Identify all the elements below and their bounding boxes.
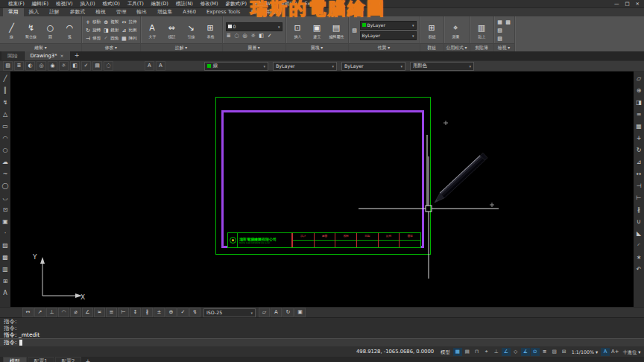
arc-button[interactable]: ◠弧 <box>61 22 78 39</box>
dimension-style-button[interactable]: A <box>156 61 165 71</box>
linetype-combo[interactable]: ByLayer▾ <box>341 62 405 71</box>
dim-style-manager-button[interactable]: ▣ <box>294 308 306 317</box>
window-minimize-button[interactable]: — <box>614 0 619 7</box>
text-style-button[interactable]: A <box>145 61 154 71</box>
object-color-combo[interactable]: ByLayer▾ <box>360 21 417 30</box>
layer-combo[interactable]: 線▾ <box>204 62 268 71</box>
rotate-button[interactable]: ↻旋轉 <box>85 28 101 34</box>
ortho-mode-toggle[interactable]: ⊥ <box>492 348 501 356</box>
dim-jogged-button[interactable]: ↯ <box>189 308 201 317</box>
layer-off-icon[interactable]: ◌ <box>234 33 240 39</box>
menu-item-7[interactable]: 繪製(D) <box>148 0 172 7</box>
panel-label[interactable]: 公用程式 ▾ <box>444 43 470 51</box>
color-combo[interactable]: ByLayer▾ <box>273 62 337 71</box>
layer-freeze-icon[interactable]: ☼ <box>250 33 256 39</box>
dim-edit-button[interactable]: ▱ <box>259 308 270 317</box>
annotation-autoscale-toggle[interactable]: A+ <box>610 348 619 356</box>
ribbon-tab-5[interactable]: 檢視 <box>90 8 111 16</box>
rotate-tool-button[interactable]: ↻ <box>634 145 643 156</box>
mirror-button[interactable]: ◨鏡射 <box>103 28 119 34</box>
dim-inspect-button[interactable]: ✓ <box>177 308 189 317</box>
drawing-canvas[interactable]: 瑞斯電腦繪圖有限公司 RUISI CAD DESIGN CO.,LTD. 設計繪… <box>10 72 634 307</box>
infer-constraints-toggle[interactable]: ⊓ <box>473 348 482 356</box>
layer-lock-icon[interactable]: ◧ <box>259 33 265 39</box>
title-block[interactable]: 瑞斯電腦繪圖有限公司 RUISI CAD DESIGN CO.,LTD. 設計繪… <box>227 232 421 248</box>
ribbon-tab-8[interactable]: 增益集 <box>152 8 177 16</box>
dim-baseline-button[interactable]: ≡ <box>106 308 117 317</box>
explode-tool-button[interactable]: ∗ <box>634 252 643 264</box>
revision-cloud-tool-button[interactable]: ☁ <box>1 156 10 168</box>
stretch-tool-button[interactable]: ↔ <box>634 168 643 180</box>
panel-label[interactable]: 圖層 ▾ <box>223 43 285 51</box>
construction-line-tool-button[interactable]: ║ <box>1 85 10 97</box>
ribbon-tab-2[interactable]: 插入 <box>24 8 45 16</box>
arc-tool-button[interactable]: ◠ <box>1 133 10 145</box>
close-icon[interactable]: × <box>60 51 64 60</box>
edit-attribute-button[interactable]: ▤編輯屬性 <box>328 22 345 39</box>
dim-break-button[interactable]: ∦ <box>142 308 153 317</box>
ribbon-tab-10[interactable]: Express Tools <box>201 8 245 16</box>
units-button[interactable]: 十進位 ▾ <box>620 348 643 356</box>
dim-radius-button[interactable]: ◠ <box>58 308 69 317</box>
file-tab-開始[interactable]: 開始 <box>1 51 24 60</box>
trim-tool-button[interactable]: ⊣ <box>634 180 643 192</box>
pencil-object[interactable] <box>432 153 487 205</box>
panel-label[interactable]: 群組 <box>420 43 443 51</box>
layout-tab-模型[interactable]: 模型 <box>3 357 27 362</box>
object-snap-toggle[interactable]: ⊙ <box>531 348 540 356</box>
menu-item-1[interactable]: 檔案(F) <box>4 0 28 7</box>
make-current-button[interactable]: ✓ <box>81 61 91 71</box>
dim-continue-button[interactable]: ⊢ <box>118 308 129 317</box>
point-tool-button[interactable]: · <box>1 228 10 240</box>
erase-tool-button[interactable]: ▱ <box>634 73 643 85</box>
paste-button[interactable]: ▥貼上 <box>473 22 490 39</box>
break-tool-button[interactable]: ∦ <box>634 204 643 216</box>
annotation-visibility-toggle[interactable]: A <box>601 348 610 356</box>
match-properties-icon[interactable]: ▧ <box>352 28 358 34</box>
layer-walk-button[interactable]: ▤ <box>92 61 102 71</box>
dim-center-mark-button[interactable]: ⊕ <box>165 308 177 317</box>
rectangle-tool-button[interactable]: ▭ <box>1 121 10 133</box>
undo-tool-button[interactable]: ↶ <box>634 264 643 276</box>
drawing-frame-rectangle[interactable] <box>221 110 424 248</box>
match-properties-button[interactable]: ▧ <box>3 61 13 71</box>
dim-update-button[interactable]: ↻ <box>282 308 294 317</box>
menu-item-2[interactable]: 編輯(E) <box>28 0 52 7</box>
move-tool-button[interactable]: + <box>634 133 643 145</box>
join-tool-button[interactable]: ∪ <box>634 216 643 228</box>
panel-label[interactable]: 性質 ▾ <box>349 43 420 51</box>
fillet-tool-button[interactable]: ◜ <box>634 240 643 252</box>
ribbon-tab-4[interactable]: 參數式 <box>65 8 90 16</box>
dim-diameter-button[interactable]: ⌀ <box>70 308 81 317</box>
transparency-toggle[interactable]: ▨ <box>550 348 559 356</box>
array-tool-button[interactable]: ▦ <box>634 121 643 133</box>
window-close-button[interactable]: × <box>636 0 640 7</box>
layer-off-button[interactable]: ◌ <box>104 61 113 71</box>
polyline-tool-button[interactable]: ↯ <box>1 97 10 109</box>
layer-states-button[interactable]: ≣ <box>14 61 24 71</box>
multiline-text-tool-button[interactable]: A <box>1 288 10 299</box>
snap-mode-toggle[interactable]: ▤ <box>463 348 472 356</box>
ellipse-tool-button[interactable]: ◯ <box>1 180 10 192</box>
view-navigate-button[interactable]: ▦ <box>497 19 503 25</box>
layer-unisolate-button[interactable]: ◉ <box>48 61 57 71</box>
dim-aligned-button[interactable]: ↗ <box>34 308 45 317</box>
polyline-button[interactable]: ↯聚合線 <box>22 22 40 39</box>
offset-tool-button[interactable]: ≡ <box>634 109 643 121</box>
line-button[interactable]: ╱線 <box>3 22 20 39</box>
dim-angular-button[interactable]: ∠ <box>82 308 93 317</box>
menu-item-3[interactable]: 檢視(V) <box>52 0 77 7</box>
measure-button[interactable]: ⌖測量 <box>447 22 464 39</box>
layer-combo[interactable]: 0▾ <box>226 22 282 31</box>
linetype-combo[interactable]: ByLayer▾ <box>360 31 417 40</box>
object-snap-tracking-toggle[interactable]: ∡ <box>521 348 530 356</box>
ribbon-tab-9[interactable]: A360 <box>177 8 201 16</box>
line-tool-button[interactable]: ╱ <box>1 73 10 85</box>
extend-tool-button[interactable]: ⊢ <box>634 192 643 204</box>
layer-isolate-icon[interactable]: ◎ <box>242 33 248 39</box>
menu-item-8[interactable]: 標註(N) <box>172 0 197 7</box>
layer-properties-icon[interactable]: ≣ <box>226 33 232 39</box>
dynamic-input-toggle[interactable]: ⌖ <box>482 348 491 356</box>
move-button[interactable]: +移動 <box>85 19 101 25</box>
array-button[interactable]: ▦陣列 <box>121 36 136 42</box>
